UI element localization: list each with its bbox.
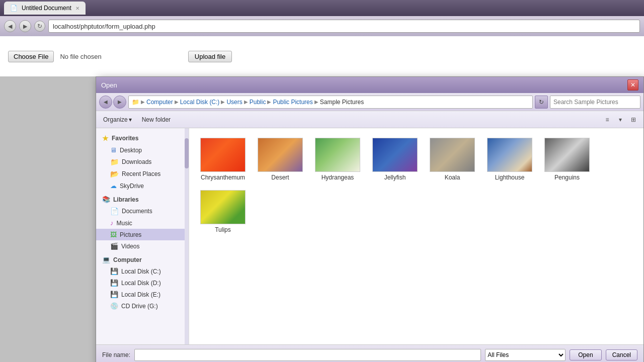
computer-icon: 💻 xyxy=(102,256,110,263)
file-label: Jellyfish xyxy=(384,174,406,181)
filetype-select[interactable]: All Files xyxy=(485,349,566,361)
open-button[interactable]: Open xyxy=(570,349,601,360)
breadcrumb-computer[interactable]: Computer xyxy=(146,99,173,106)
tab-icon: 📄 xyxy=(10,5,18,12)
file-label: Tulips xyxy=(215,226,231,233)
computer-section: 💻 Computer 💾 Local Disk (C:) 💾 Local Dis… xyxy=(96,254,189,312)
file-item[interactable]: Koala xyxy=(425,134,480,185)
view-details-button[interactable]: ▾ xyxy=(614,114,626,126)
dialog-footer: File name: All Files Open Cancel xyxy=(96,344,643,362)
back-button[interactable]: ◀ xyxy=(4,20,16,32)
dialog-forward-button[interactable]: ▶ xyxy=(113,96,126,109)
browser-tab[interactable]: 📄 Untitled Document ✕ xyxy=(4,2,86,15)
file-label: Desert xyxy=(271,174,289,181)
file-item[interactable]: Penguins xyxy=(539,134,595,185)
file-item[interactable]: Lighthouse xyxy=(482,134,537,185)
sidebar-scrollbar-thumb[interactable] xyxy=(185,138,189,168)
breadcrumb-bar: 📁 ▶ Computer ▶ Local Disk (C:) ▶ Users ▶… xyxy=(128,96,533,109)
recent-places-label: Recent Places xyxy=(122,170,160,177)
favorites-header: ★ Favorites xyxy=(96,132,189,144)
downloads-label: Downloads xyxy=(122,158,151,165)
dialog-title: Open xyxy=(101,81,117,89)
choose-file-button[interactable]: Choose File xyxy=(8,51,54,62)
pictures-label: Pictures xyxy=(120,231,141,238)
sidebar-item-videos[interactable]: 🎬 Videos xyxy=(96,240,189,252)
file-item[interactable]: Desert xyxy=(253,134,308,185)
file-thumbnail xyxy=(315,138,360,172)
music-icon: ♪ xyxy=(110,219,114,227)
dialog-titlebar: Open ✕ xyxy=(96,77,643,93)
sidebar-item-local-c[interactable]: 💾 Local Disk (C:) xyxy=(96,265,189,277)
videos-label: Videos xyxy=(121,243,139,250)
no-file-text: No file chosen xyxy=(60,53,101,60)
sidebar-item-desktop[interactable]: 🖥 Desktop xyxy=(96,144,189,156)
dialog-back-button[interactable]: ◀ xyxy=(99,96,112,109)
dialog-files-area: Chrysanthemum Desert Hydrangeas Jellyfis… xyxy=(189,128,643,344)
file-item[interactable]: Chrysanthemum xyxy=(195,134,251,185)
view-list-button[interactable]: ≡ xyxy=(601,114,613,126)
breadcrumb-public-pictures[interactable]: Public Pictures xyxy=(273,99,312,106)
file-thumbnail xyxy=(430,138,475,172)
documents-label: Documents xyxy=(122,208,152,215)
address-text: localhost/phptutor/form_upload.php xyxy=(53,23,155,30)
dialog-close-button[interactable]: ✕ xyxy=(627,79,638,90)
favorites-label: Favorites xyxy=(112,135,138,142)
organize-button[interactable]: Organize ▾ xyxy=(100,115,135,125)
sidebar-item-music[interactable]: ♪ Music xyxy=(96,217,189,229)
dialog-body: ★ Favorites 🖥 Desktop 📁 Downloads 📂 Rece… xyxy=(96,128,643,344)
videos-icon: 🎬 xyxy=(110,242,118,250)
filename-input[interactable] xyxy=(134,349,481,361)
file-thumbnail xyxy=(200,190,246,224)
upload-button[interactable]: Upload file xyxy=(188,51,232,62)
breadcrumb-arrow-5: ▶ xyxy=(314,99,318,105)
libraries-header: 📚 Libraries xyxy=(96,194,189,205)
favorites-star-icon: ★ xyxy=(102,134,109,142)
view-buttons: ≡ ▾ ⊞ xyxy=(601,114,639,126)
breadcrumb-arrow-4: ▶ xyxy=(267,99,271,105)
recent-places-icon: 📂 xyxy=(110,170,119,178)
dialog-sidebar: ★ Favorites 🖥 Desktop 📁 Downloads 📂 Rece… xyxy=(96,128,189,344)
filename-label: File name: xyxy=(102,351,130,358)
sidebar-item-local-e[interactable]: 💾 Local Disk (E:) xyxy=(96,289,189,300)
tab-close-icon[interactable]: ✕ xyxy=(75,6,79,11)
local-c-icon: 💾 xyxy=(110,267,118,275)
browser-titlebar: 📄 Untitled Document ✕ xyxy=(0,0,644,16)
sidebar-item-pictures[interactable]: 🖼 Pictures xyxy=(96,229,189,240)
sidebar-item-local-d[interactable]: 💾 Local Disk (D:) xyxy=(96,277,189,289)
open-dialog: Open ✕ ◀ ▶ 📁 ▶ Computer ▶ Local Disk (C:… xyxy=(96,76,644,362)
file-label: Lighthouse xyxy=(495,174,525,181)
sidebar-item-downloads[interactable]: 📁 Downloads xyxy=(96,156,189,168)
dialog-search-input[interactable] xyxy=(550,96,640,109)
breadcrumb-sample-pictures[interactable]: Sample Pictures xyxy=(320,99,364,106)
sidebar-item-recent-places[interactable]: 📂 Recent Places xyxy=(96,168,189,180)
refresh-button[interactable]: ↻ xyxy=(34,21,45,32)
file-thumbnail xyxy=(200,138,246,172)
forward-button[interactable]: ▶ xyxy=(19,20,31,32)
breadcrumb-drive[interactable]: Local Disk (C:) xyxy=(180,99,220,106)
browser-toolbar: ◀ ▶ ↻ localhost/phptutor/form_upload.php xyxy=(0,16,644,36)
local-e-label: Local Disk (E:) xyxy=(121,291,160,298)
file-thumbnail xyxy=(544,138,590,172)
address-bar[interactable]: localhost/phptutor/form_upload.php xyxy=(48,20,640,33)
file-item[interactable]: Tulips xyxy=(195,187,251,237)
breadcrumb-public[interactable]: Public xyxy=(250,99,266,106)
file-item[interactable]: Jellyfish xyxy=(367,134,423,185)
breadcrumb-arrow-2: ▶ xyxy=(221,99,225,105)
view-tiles-button[interactable]: ⊞ xyxy=(627,114,639,126)
file-label: Koala xyxy=(445,174,460,181)
sidebar-item-documents[interactable]: 📄 Documents xyxy=(96,205,189,217)
new-folder-button[interactable]: New folder xyxy=(139,115,174,125)
cancel-button[interactable]: Cancel xyxy=(606,349,637,360)
breadcrumb-users[interactable]: Users xyxy=(226,99,242,106)
file-item[interactable]: Hydrangeas xyxy=(310,134,365,185)
organize-arrow-icon: ▾ xyxy=(129,116,132,123)
documents-icon: 📄 xyxy=(110,207,119,215)
file-label: Chrysanthemum xyxy=(201,174,245,181)
dialog-breadcrumb-refresh[interactable]: ↻ xyxy=(535,96,548,109)
sidebar-item-cd-g[interactable]: 💿 CD Drive (G:) xyxy=(96,300,189,312)
breadcrumb-arrow-1: ▶ xyxy=(175,99,179,105)
sidebar-item-skydrive[interactable]: ☁ SkyDrive xyxy=(96,180,189,192)
dialog-nav-buttons: ◀ ▶ xyxy=(99,96,126,109)
computer-header: 💻 Computer xyxy=(96,254,189,265)
sidebar-scrollbar[interactable] xyxy=(185,128,189,344)
